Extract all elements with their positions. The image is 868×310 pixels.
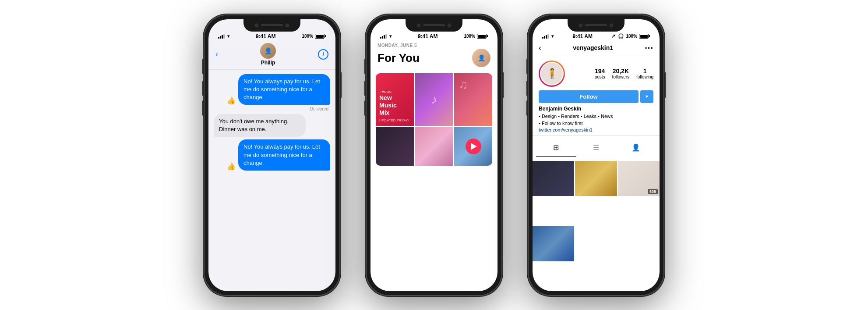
album-dark[interactable] [376, 127, 414, 166]
tab-list[interactable]: ☰ [576, 139, 616, 156]
insta-username: venyageskin1 [573, 44, 613, 51]
music-user-avatar: 👤 [472, 49, 490, 67]
music-screen: ▾ 9:41 AM 100% MOND [370, 19, 498, 291]
delivered-label: Delivered [214, 107, 328, 111]
signal-bars-3 [542, 34, 549, 39]
profile-name: Benjamin Geskin [539, 106, 653, 112]
music-note-icon: ♪ [379, 90, 381, 93]
notch-speaker-2 [423, 24, 445, 26]
music-grid-row2 [376, 127, 492, 166]
profile-bio-line1: • Design • Renders • Leaks • News [539, 113, 653, 120]
stat-posts: 194 posts [595, 68, 605, 79]
profile-ring[interactable]: 🧍 [539, 61, 565, 87]
grid-icon: ⊞ [553, 143, 559, 152]
album-art-icon-1: ♪ [431, 93, 437, 107]
avatar-emoji: 👤 [265, 47, 272, 54]
battery-fill-1 [316, 35, 324, 38]
album-pink[interactable] [415, 127, 453, 166]
imessage-screen: ▾ 9:41 AM 100% ‹ [208, 19, 335, 291]
battery-body-3 [639, 34, 649, 39]
music-card-subtitle: UPDATED FRIDAY [379, 118, 410, 122]
status-right-3: ↗ 🎧 100% [611, 33, 650, 39]
music-label: MUSIC [382, 90, 392, 93]
grid-thumb-3[interactable]: 808 [618, 161, 660, 196]
list-icon: ☰ [593, 143, 599, 152]
grid-thumb-2[interactable] [575, 161, 617, 196]
profile-bio-line2: • Follow to know first [539, 120, 653, 127]
bubble-received-1: You don't owe me anything. Dinner was on… [214, 114, 306, 137]
status-left-3: ▾ [542, 34, 554, 39]
contact-avatar: 👤 [260, 43, 276, 59]
play-button[interactable] [466, 139, 481, 154]
profile-link[interactable]: twitter.com/venyageskin1 [539, 127, 653, 132]
notch-speaker-3 [585, 24, 607, 26]
album-art-top-right[interactable]: ♫ [454, 73, 492, 126]
bubble-sent-2: No! You always pay for us. Let me do som… [238, 139, 330, 171]
album-art-icon-2: ♫ [454, 73, 492, 96]
insta-more-button[interactable]: ··· [645, 43, 653, 53]
status-right-2: 100% [464, 34, 488, 39]
stat-following: 1 following [636, 68, 653, 79]
messages-area: 👍 No! You always pay for us. Let me do s… [208, 70, 335, 291]
phones-container: ▾ 9:41 AM 100% ‹ [0, 0, 868, 310]
signal-bar-2-1 [380, 37, 381, 39]
instagram-header: ‹ venyageskin1 ··· [533, 41, 660, 56]
instagram-screen: ▾ 9:41 AM ↗ 🎧 100% [533, 19, 660, 291]
signal-bar-3-4 [547, 34, 549, 39]
signal-bar-3 [222, 35, 223, 39]
music-card-title: New MusicMix [379, 94, 410, 116]
new-music-card[interactable]: ♪ MUSIC New MusicMix UPDATED FRIDAY [376, 73, 414, 126]
notch-2 [406, 19, 462, 32]
battery-body-2 [477, 34, 487, 39]
album-water[interactable] [454, 127, 492, 166]
notch-1 [243, 19, 300, 32]
profile-pic: 🧍 [540, 62, 564, 86]
follow-dropdown[interactable]: ▾ [640, 90, 653, 103]
follow-button[interactable]: Follow [539, 90, 639, 103]
battery-fill-2 [478, 35, 486, 38]
wifi-icon-1: ▾ [227, 34, 229, 39]
insta-back-button[interactable]: ‹ [539, 43, 541, 53]
grid-thumb-4[interactable] [533, 226, 574, 261]
stat-posts-label: posts [595, 75, 605, 79]
back-button-1[interactable]: ‹ [215, 50, 218, 59]
battery-tip-2 [487, 35, 488, 37]
music-badge: ♪ MUSIC [379, 90, 410, 93]
like-icon-1: 👍 [227, 96, 236, 105]
phone-instagram: ▾ 9:41 AM ↗ 🎧 100% [528, 15, 664, 296]
status-left-2: ▾ [380, 34, 392, 39]
music-header-area: MONDAY, JUNE 5 For You 👤 [370, 41, 498, 71]
message-row-2: You don't owe me anything. Dinner was on… [214, 114, 330, 137]
signal-bar-2-2 [382, 36, 383, 39]
tab-tagged[interactable]: 👤 [616, 139, 656, 156]
music-title: For You [378, 51, 420, 65]
signal-bar-3-1 [542, 37, 543, 39]
stat-followers-number: 20,2K [613, 68, 629, 75]
battery-fill-3 [640, 35, 648, 38]
follow-row: Follow ▾ [539, 90, 653, 103]
notch-camera-3b [610, 24, 613, 27]
signal-bar-1 [218, 37, 219, 39]
battery-2 [477, 34, 488, 39]
stat-followers: 20,2K followers [612, 68, 629, 79]
grid-thumb-1[interactable] [533, 161, 574, 196]
headphones-icon: 🎧 [618, 33, 624, 39]
contact-info: 👤 Philip [260, 43, 276, 66]
battery-pct-3: 100% [626, 34, 637, 39]
signal-bar-3-2 [544, 36, 545, 39]
status-right-1: 100% [302, 34, 326, 39]
message-row-1: 👍 No! You always pay for us. Let me do s… [214, 74, 330, 105]
profile-row: 🧍 194 posts 20,2K followers [539, 61, 653, 87]
info-button[interactable]: i [318, 49, 328, 60]
battery-tip-1 [325, 35, 326, 37]
music-grid-row1: ♪ MUSIC New MusicMix UPDATED FRIDAY ♪ ♫ [376, 73, 492, 126]
album-art-top-mid[interactable]: ♪ [415, 73, 453, 126]
profile-stats: 194 posts 20,2K followers 1 following [569, 68, 653, 79]
message-row-3: 👍 No! You always pay for us. Let me do s… [214, 139, 330, 171]
tab-grid[interactable]: ⊞ [536, 139, 576, 157]
phone-music: ▾ 9:41 AM 100% MOND [366, 15, 502, 296]
notch-camera-1 [255, 24, 258, 27]
battery-3 [639, 34, 650, 39]
status-time-3: 9:41 AM [572, 33, 593, 39]
stat-posts-number: 194 [595, 68, 605, 75]
